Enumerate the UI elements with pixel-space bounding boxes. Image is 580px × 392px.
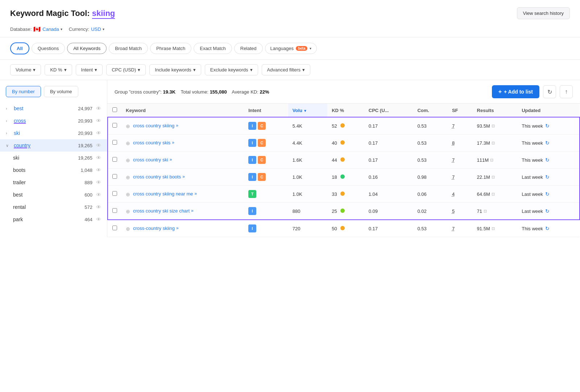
results-value: 64.6M [477,191,490,197]
keyword-cell: ⊕ cross country skiing » [121,117,244,135]
eye-icon-best[interactable]: 👁 [96,106,101,111]
add-to-list-button[interactable]: + + Add to list [492,85,539,98]
row-checkbox[interactable] [112,140,117,145]
sidebar-item-ski-left: › ski [6,130,20,136]
row-checkbox[interactable] [112,191,117,196]
filter-kd-chevron: ▾ [64,67,67,73]
kd-dot [340,157,345,162]
sf-value[interactable]: 7 [452,226,455,231]
currency-dropdown[interactable]: USD ▾ [91,26,104,32]
sf-value[interactable]: 5 [452,209,455,214]
languages-chevron-icon: ▾ [310,46,311,50]
sidebar-item-best-sub[interactable]: best 600 👁 [0,189,107,201]
row-refresh-icon[interactable]: ↻ [545,208,550,214]
filter-include[interactable]: Include keywords ▾ [149,64,201,75]
sidebar-item-cross[interactable]: › cross 20,993 👁 [0,115,107,127]
plus-icon: ⊕ [126,191,130,197]
row-refresh-icon[interactable]: ↻ [545,226,550,231]
row-refresh-icon[interactable]: ↻ [545,123,550,129]
results-icon: ⊡ [492,124,495,128]
plus-icon: ⊕ [126,226,130,232]
keyword-link[interactable]: ⊕ cross country ski boots » [126,174,240,180]
sf-value[interactable]: 8 [452,140,455,146]
keyword-link[interactable]: ⊕ cross country ski » [126,157,240,163]
kd-dot [340,209,345,213]
filter-advanced[interactable]: Advanced filters ▾ [262,64,311,75]
refresh-icon: ↻ [547,88,552,95]
sf-value[interactable]: 7 [452,123,455,129]
by-number-button[interactable]: By number [6,86,41,97]
view-history-button[interactable]: View search history [517,7,570,19]
tab-broad-match[interactable]: Broad Match [109,43,148,54]
filter-kd[interactable]: KD % ▾ [45,64,72,75]
row-checkbox[interactable] [112,157,117,162]
tab-all-keywords[interactable]: All Keywords [67,43,107,54]
row-refresh-icon[interactable]: ↻ [545,140,550,146]
select-all-checkbox[interactable] [112,107,117,112]
filter-volume[interactable]: Volume ▾ [10,64,41,75]
eye-icon-best-sub[interactable]: 👁 [96,192,101,198]
tab-phrase-match[interactable]: Phrase Match [150,43,191,54]
row-refresh-icon[interactable]: ↻ [545,174,550,180]
row-checkbox[interactable] [112,123,117,128]
sidebar-item-park[interactable]: park 464 👁 [0,213,107,226]
by-volume-button[interactable]: By volume [44,86,78,97]
th-volume[interactable]: Volu▼ [288,104,327,117]
tab-related[interactable]: Related [234,43,263,54]
plus-icon: ⊕ [126,140,130,146]
row-refresh-icon[interactable]: ↻ [545,157,550,163]
eye-icon-cross[interactable]: 👁 [96,118,101,124]
filter-cpc[interactable]: CPC (USD) ▾ [106,64,146,75]
sidebar-item-boots[interactable]: boots 1,048 👁 [0,164,107,176]
sidebar-item-ski[interactable]: › ski 20,993 👁 [0,127,107,139]
keyword-cell: ⊕ cross country ski size chart » [121,203,244,220]
eye-icon-boots[interactable]: 👁 [96,167,101,173]
currency-meta: Currency: USD ▾ [69,26,104,32]
sf-value[interactable]: 7 [452,157,455,163]
eye-icon-park[interactable]: 👁 [96,216,101,222]
sidebar-item-ski-sub[interactable]: ski 19,265 👁 [0,152,107,164]
cpc-cell: 0.17 [364,135,413,152]
tab-exact-match[interactable]: Exact Match [194,43,232,54]
sf-value[interactable]: 7 [452,174,455,180]
database-dropdown[interactable]: Canada ▾ [42,26,62,32]
tab-all[interactable]: All [10,42,29,54]
sf-value[interactable]: 4 [452,191,455,197]
eye-icon-rental[interactable]: 👁 [96,204,101,210]
sidebar-list: › best 24,997 👁 › cross 20,993 [0,102,107,226]
keyword-link[interactable]: ⊕ cross country skis » [126,140,240,146]
kd-cell: 18 [327,169,364,186]
intent-cell: IC [244,169,288,186]
eye-icon-ski-sub[interactable]: 👁 [96,155,101,161]
keyword-link[interactable]: ⊕ cross-country skiing » [126,226,240,232]
sidebar-item-park-left: park [13,216,23,222]
row-checkbox[interactable] [112,174,117,179]
keyword-link[interactable]: ⊕ cross country skiing near me » [126,191,240,197]
sidebar-count-boots: 1,048 [80,168,92,173]
tab-languages[interactable]: Languages beta ▾ [265,43,317,54]
eye-icon-country[interactable]: 👁 [96,143,101,148]
filter-intent-chevron: ▾ [95,67,97,73]
sidebar-item-best[interactable]: › best 24,997 👁 [0,102,107,115]
tab-questions[interactable]: Questions [32,43,65,54]
keyword-cell: ⊕ cross country ski boots » [121,169,244,186]
sf-cell: 4 [448,186,473,203]
row-refresh-icon[interactable]: ↻ [545,191,550,197]
th-com: Com. [413,104,448,117]
keyword-link[interactable]: ⊕ cross country ski size chart » [126,208,240,214]
filter-exclude[interactable]: Exclude keywords ▾ [205,64,258,75]
eye-icon-ski[interactable]: 👁 [96,130,101,136]
sidebar-item-trailer[interactable]: trailer 889 👁 [0,176,107,189]
th-sf: SF [448,104,473,117]
row-checkbox[interactable] [112,208,117,213]
row-checkbox[interactable] [112,226,117,230]
filter-intent[interactable]: Intent ▾ [76,64,103,75]
refresh-table-button[interactable]: ↻ [543,85,556,98]
sidebar-item-rental[interactable]: rental 572 👁 [0,201,107,213]
export-button[interactable]: ↑ [560,85,573,98]
keyword-link[interactable]: ⊕ cross country skiing » [126,123,240,129]
eye-icon-trailer[interactable]: 👁 [96,180,101,185]
cpc-cell: 1.04 [364,186,413,203]
sidebar-item-boots-left: boots [13,167,25,173]
sidebar-item-country[interactable]: ∨ country 19,265 👁 [0,139,107,152]
